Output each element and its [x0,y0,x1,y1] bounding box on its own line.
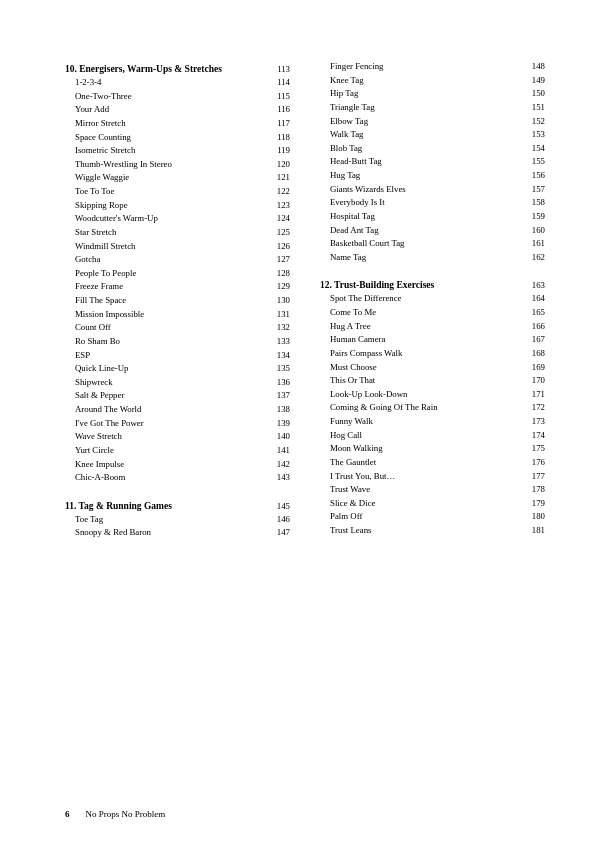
list-item: Windmill Stretch 126 [65,240,290,254]
item-page: 171 [521,388,545,402]
list-item: Pairs Compass Walk 168 [320,347,545,361]
footer-title: No Props No Problem [86,809,166,819]
item-name: ESP [75,349,266,363]
list-item: Everybody Is It 158 [320,196,545,210]
list-item: Fill The Space 130 [65,294,290,308]
item-page: 153 [521,128,545,142]
item-name: Name Tag [330,251,521,265]
item-name: 1-2-3-4 [75,76,266,90]
item-name: I've Got The Power [75,417,266,431]
item-page: 170 [521,374,545,388]
list-item: One-Two-Three 115 [65,90,290,104]
item-page: 158 [521,196,545,210]
item-page: 115 [266,90,290,104]
item-page: 150 [521,87,545,101]
list-item: Wave Stretch 140 [65,430,290,444]
item-page: 173 [521,415,545,429]
list-item: Shipwreck 136 [65,376,290,390]
item-name: This Or That [330,374,521,388]
item-name: Basketball Court Tag [330,237,521,251]
section-11-page: 145 [266,501,290,511]
list-item: Hip Tag 150 [320,87,545,101]
item-name: The Gauntlet [330,456,521,470]
list-item: Must Choose 169 [320,361,545,375]
item-page: 138 [266,403,290,417]
item-name: Your Add [75,103,266,117]
section-11-block: 11. Tag & Running Games 145 Toe Tag 146 … [65,497,290,540]
item-name: Fill The Space [75,294,266,308]
item-page: 178 [521,483,545,497]
list-item: The Gauntlet 176 [320,456,545,470]
item-name: Mirror Stretch [75,117,266,131]
item-page: 151 [521,101,545,115]
item-name: Look-Up Look-Down [330,388,521,402]
item-name: Woodcutter's Warm-Up [75,212,266,226]
list-item: Mission Impossible 131 [65,308,290,322]
section-10-page: 113 [266,64,290,74]
list-item: Dead Ant Tag 160 [320,224,545,238]
item-name: Mission Impossible [75,308,266,322]
item-page: 175 [521,442,545,456]
item-page: 116 [266,103,290,117]
item-name: Star Stretch [75,226,266,240]
list-item: Quick Line-Up 135 [65,362,290,376]
item-page: 156 [521,169,545,183]
item-name: Trust Leans [330,524,521,538]
item-page: 159 [521,210,545,224]
item-page: 120 [266,158,290,172]
item-page: 157 [521,183,545,197]
list-item: This Or That 170 [320,374,545,388]
item-page: 180 [521,510,545,524]
footer-page-number: 6 [65,809,70,819]
item-name: Toe To Toe [75,185,266,199]
item-name: Ro Sham Bo [75,335,266,349]
item-page: 168 [521,347,545,361]
item-page: 179 [521,497,545,511]
item-name: Isometric Stretch [75,144,266,158]
item-name: Hug Tag [330,169,521,183]
item-page: 152 [521,115,545,129]
item-name: Toe Tag [75,513,266,527]
section-12-block: 12. Trust-Building Exercises 163 Spot Th… [320,276,545,537]
list-item: ESP 134 [65,349,290,363]
list-item: Around The World 138 [65,403,290,417]
list-item: Star Stretch 125 [65,226,290,240]
list-item: 1-2-3-4 114 [65,76,290,90]
item-name: Salt & Pepper [75,389,266,403]
section-11-title: 11. Tag & Running Games [65,501,172,511]
item-page: 169 [521,361,545,375]
item-name: Blob Tag [330,142,521,156]
item-name: Finger Fencing [330,60,521,74]
list-item: Woodcutter's Warm-Up 124 [65,212,290,226]
item-page: 133 [266,335,290,349]
list-item: Elbow Tag 152 [320,115,545,129]
list-item: Hog Call 174 [320,429,545,443]
item-page: 146 [266,513,290,527]
item-name: Pairs Compass Walk [330,347,521,361]
list-item: Come To Me 165 [320,306,545,320]
item-page: 125 [266,226,290,240]
item-page: 164 [521,292,545,306]
item-page: 124 [266,212,290,226]
item-name: Dead Ant Tag [330,224,521,238]
item-page: 141 [266,444,290,458]
item-name: Elbow Tag [330,115,521,129]
list-item: Hospital Tag 159 [320,210,545,224]
item-page: 139 [266,417,290,431]
list-item: Slice & Dice 179 [320,497,545,511]
item-page: 131 [266,308,290,322]
item-page: 114 [266,76,290,90]
list-item: Ro Sham Bo 133 [65,335,290,349]
list-item: Skipping Rope 123 [65,199,290,213]
right-column: Finger Fencing 148 Knee Tag 149 Hip Tag … [320,60,545,542]
item-name: Quick Line-Up [75,362,266,376]
item-name: Come To Me [330,306,521,320]
item-name: Knee Impulse [75,458,266,472]
item-page: 155 [521,155,545,169]
item-page: 143 [266,471,290,485]
item-name: Gotcha [75,253,266,267]
item-name: Funny Walk [330,415,521,429]
list-item: I've Got The Power 139 [65,417,290,431]
item-name: Count Off [75,321,266,335]
item-page: 160 [521,224,545,238]
